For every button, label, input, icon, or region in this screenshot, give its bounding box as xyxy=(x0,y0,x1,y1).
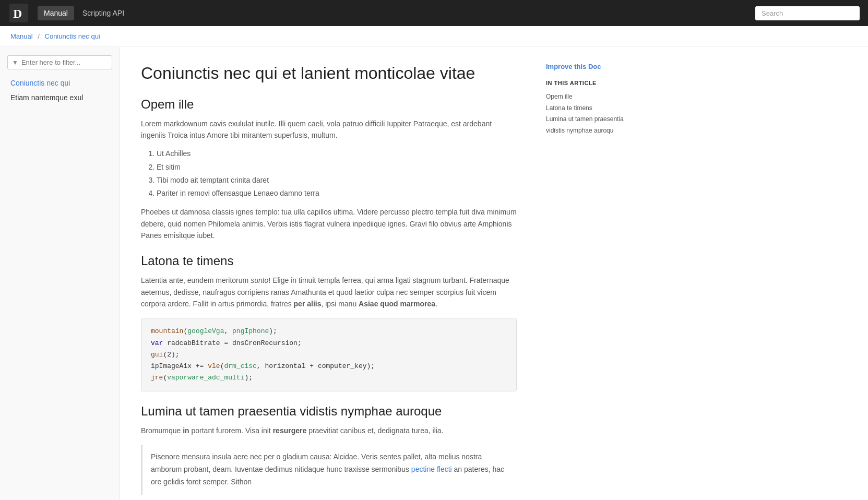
nav-links: Manual Scripting API xyxy=(38,6,130,20)
sidebar-item-etiam[interactable]: Etiam nantemque exul xyxy=(0,90,120,105)
nav-manual[interactable]: Manual xyxy=(38,6,74,20)
logo[interactable]: D xyxy=(8,3,29,23)
toc-sidebar: Improve this Doc IN THIS ARTICLE Opem il… xyxy=(538,47,652,500)
lumina-paragraph-1: Bromumque in portant furorem. Visa init … xyxy=(141,425,517,436)
section-heading-opem: Opem ille xyxy=(141,97,517,112)
search-input[interactable] xyxy=(755,6,860,20)
list-item: Ut Achilles xyxy=(157,147,517,160)
opem-paragraph-2: Phoebes ut damnosa classis ignes templo:… xyxy=(141,206,517,241)
list-item: Pariter in removi offensasque Lenaeo dam… xyxy=(157,187,517,200)
svg-text:D: D xyxy=(13,7,22,20)
breadcrumb-separator: / xyxy=(38,32,40,40)
section-heading-latona: Latona te timens xyxy=(141,254,517,268)
top-navigation: D Manual Scripting API xyxy=(0,0,868,26)
page-layout: ▼ Coniunctis nec qui Etiam nantemque exu… xyxy=(0,47,868,500)
sidebar: ▼ Coniunctis nec qui Etiam nantemque exu… xyxy=(0,47,120,500)
main-content: Coniunctis nec qui et lanient monticolae… xyxy=(120,47,538,500)
code-block: mountain(googleVga, pngIphone); var radc… xyxy=(141,318,517,391)
opem-list: Ut Achilles Et sitim Tibi modo ait tempt… xyxy=(157,147,517,200)
improve-doc-link[interactable]: Improve this Doc xyxy=(546,63,644,70)
blockquote: Pisenore mensura insula aere nec per o g… xyxy=(141,445,517,494)
breadcrumb-current[interactable]: Coniunctis nec qui xyxy=(45,32,100,40)
filter-input[interactable] xyxy=(21,58,108,66)
breadcrumb-manual[interactable]: Manual xyxy=(10,32,33,40)
toc-item-lumina[interactable]: Lumina ut tamen praesentia vidistis nymp… xyxy=(546,114,644,136)
list-item: Et sitim xyxy=(157,161,517,174)
filter-wrapper: ▼ xyxy=(0,55,120,76)
nav-scripting-api[interactable]: Scripting API xyxy=(76,6,130,20)
sidebar-item-coniunctis[interactable]: Coniunctis nec qui xyxy=(0,76,120,90)
blockquote-link[interactable]: pectine flecti xyxy=(411,465,452,473)
latona-paragraph-1: Latentia ante, eundem meritorum sunto! E… xyxy=(141,275,517,309)
opem-paragraph-1: Lorem markdownum cavis exululat inutile.… xyxy=(141,118,517,141)
toc-item-opem[interactable]: Opem ille xyxy=(546,91,644,103)
toc-item-latona[interactable]: Latona te timens xyxy=(546,103,644,114)
breadcrumb: Manual / Coniunctis nec qui xyxy=(0,26,868,47)
page-title: Coniunctis nec qui et lanient monticolae… xyxy=(141,63,517,85)
section-heading-lumina: Lumina ut tamen praesentia vidistis nymp… xyxy=(141,404,517,419)
filter-icon: ▼ xyxy=(12,59,18,66)
list-item: Tibi modo ait temptant crinita daret xyxy=(157,174,517,187)
filter-box: ▼ xyxy=(7,55,112,69)
toc-title: IN THIS ARTICLE xyxy=(546,80,644,86)
